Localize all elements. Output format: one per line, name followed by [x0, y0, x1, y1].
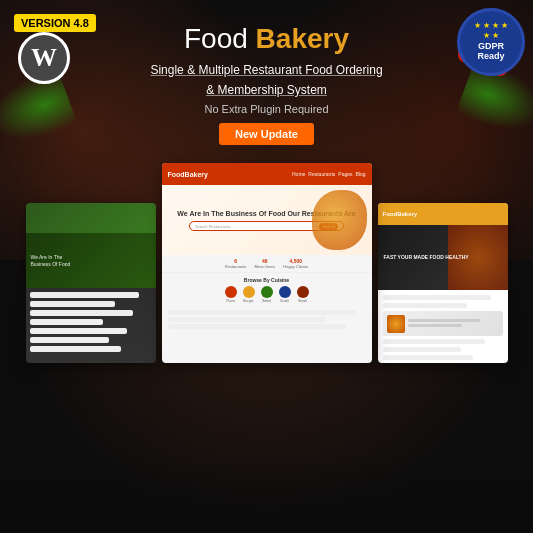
sc-cat-icon: [279, 286, 291, 298]
sc-center-categories: Browse By Cuisine Pizza Burger Salad: [162, 273, 372, 307]
screenshot-left: We Are In TheBusiness Of Food: [26, 203, 156, 363]
screenshot-right: FoodBakery FAST YOUR MADE FOOD HEALTHY: [378, 203, 508, 363]
sc-cat-label: Salad: [262, 299, 271, 303]
gdpr-star: ★: [483, 22, 490, 30]
sc-right-body: [378, 290, 508, 363]
sc-left-body: [26, 288, 156, 359]
sc-center-nav-item: Home: [292, 171, 305, 177]
gdpr-star: ★: [501, 22, 508, 30]
gdpr-badge: ★ ★ ★ ★ ★ ★ GDPRReady: [457, 8, 525, 76]
sc-listing-row: [168, 317, 326, 322]
sc-right-row: [383, 355, 473, 360]
sc-stat-restaurants-label: Restaurants: [225, 264, 247, 269]
sc-cat-label: Pizza: [226, 299, 235, 303]
sc-right-card-line: [408, 319, 481, 322]
sc-center-search-text: Search Restaurants...: [195, 224, 234, 229]
main-title: Food Bakery: [150, 22, 382, 56]
sc-left-row: [30, 346, 122, 352]
sc-left-hero-text: We Are In TheBusiness Of Food: [31, 254, 71, 267]
sc-right-row: [383, 303, 467, 308]
sc-cat-item: Sushi: [279, 286, 291, 303]
gdpr-star: ★: [474, 22, 481, 30]
sc-left-row: [30, 292, 140, 298]
sc-right-card-img: [387, 315, 405, 333]
sc-cat-icon: [225, 286, 237, 298]
wp-letter: W: [31, 45, 57, 71]
sc-listing-row: [168, 324, 346, 329]
sc-right-row: [383, 347, 461, 352]
sc-cat-icon: [261, 286, 273, 298]
version-badge: VERSION 4.8: [14, 14, 96, 32]
sc-cat-label: Sushi: [280, 299, 289, 303]
sc-cat-item: Salad: [261, 286, 273, 303]
title-part1: Food: [184, 23, 256, 54]
sc-right-row: [383, 295, 491, 300]
sc-center-nav-item: Restaurants: [308, 171, 335, 177]
sc-cat-icon: [243, 286, 255, 298]
sc-stat-menu: 46 Menu Items: [254, 258, 275, 269]
sc-right-hero-text: FAST YOUR MADE FOOD HEALTHY: [384, 254, 469, 261]
sc-cat-label: Burger: [243, 299, 254, 303]
sc-cats-title: Browse By Cuisine: [168, 277, 366, 283]
sc-right-hero: FAST YOUR MADE FOOD HEALTHY: [378, 225, 508, 290]
sc-left-hero: We Are In TheBusiness Of Food: [26, 233, 156, 288]
screenshot-center: FoodBakery Home Restaurants Pages Blog W…: [162, 163, 372, 363]
gdpr-stars: ★ ★ ★ ★ ★ ★: [473, 22, 509, 40]
gdpr-text: GDPRReady: [477, 42, 504, 62]
header-content: Food Bakery Single & Multiple Restaurant…: [70, 22, 462, 157]
sc-stat-restaurants: 6 Restaurants: [225, 258, 247, 269]
new-update-button[interactable]: New Update: [219, 123, 314, 145]
sc-left-row: [30, 301, 115, 307]
sc-right-card-lines: [408, 319, 499, 329]
sc-center-nav: Home Restaurants Pages Blog: [292, 171, 366, 177]
sc-listing-row: [168, 310, 356, 315]
no-plugin-text: No Extra Plugin Required: [150, 103, 382, 115]
sc-center-hero-food-img: [312, 190, 367, 250]
sc-right-row: [383, 339, 485, 344]
wordpress-logo: W: [18, 32, 70, 84]
sc-cat-label: Steak: [298, 299, 307, 303]
sc-center-nav-item: Blog: [355, 171, 365, 177]
sc-center-listings: [162, 307, 372, 334]
sc-cats-row: Pizza Burger Salad Sushi: [168, 286, 366, 303]
sc-left-row: [30, 328, 128, 334]
sc-center-logo: FoodBakery: [168, 171, 208, 178]
sc-stat-clients-label: Happy Clients: [283, 264, 308, 269]
sc-left-header: [26, 203, 156, 233]
sc-center-header: FoodBakery Home Restaurants Pages Blog: [162, 163, 372, 185]
sc-center-stats: 6 Restaurants 46 Menu Items 4,500 Happy …: [162, 255, 372, 273]
sc-cat-item: Steak: [297, 286, 309, 303]
sc-center-nav-item: Pages: [338, 171, 352, 177]
sc-left-row: [30, 310, 134, 316]
sc-stat-clients: 4,500 Happy Clients: [283, 258, 308, 269]
subtitle-line2: & Membership System: [150, 82, 382, 99]
title-brand: Bakery: [256, 23, 349, 54]
sc-cat-item: Pizza: [225, 286, 237, 303]
banner: VERSION 4.8 W ★ ★ ★ ★ ★ ★ GDPRReady Food…: [0, 0, 533, 533]
sc-cat-icon: [297, 286, 309, 298]
sc-center-hero: We Are In The Business Of Food Our Resta…: [162, 185, 372, 255]
sc-cat-item: Burger: [243, 286, 255, 303]
gdpr-star: ★: [483, 32, 490, 40]
subtitle-line1: Single & Multiple Restaurant Food Orderi…: [150, 62, 382, 79]
sc-right-header: FoodBakery: [378, 203, 508, 225]
sc-right-card: [383, 311, 503, 336]
sc-right-logo: FoodBakery: [383, 211, 418, 217]
sc-stat-menu-label: Menu Items: [254, 264, 275, 269]
gdpr-star: ★: [492, 22, 499, 30]
screenshots-area: We Are In TheBusiness Of Food FoodBakery…: [0, 163, 533, 363]
sc-right-card-line: [408, 324, 463, 327]
sc-left-row: [30, 337, 109, 343]
bottom-gradient: [0, 453, 533, 533]
sc-left-row: [30, 319, 103, 325]
gdpr-star: ★: [492, 32, 499, 40]
